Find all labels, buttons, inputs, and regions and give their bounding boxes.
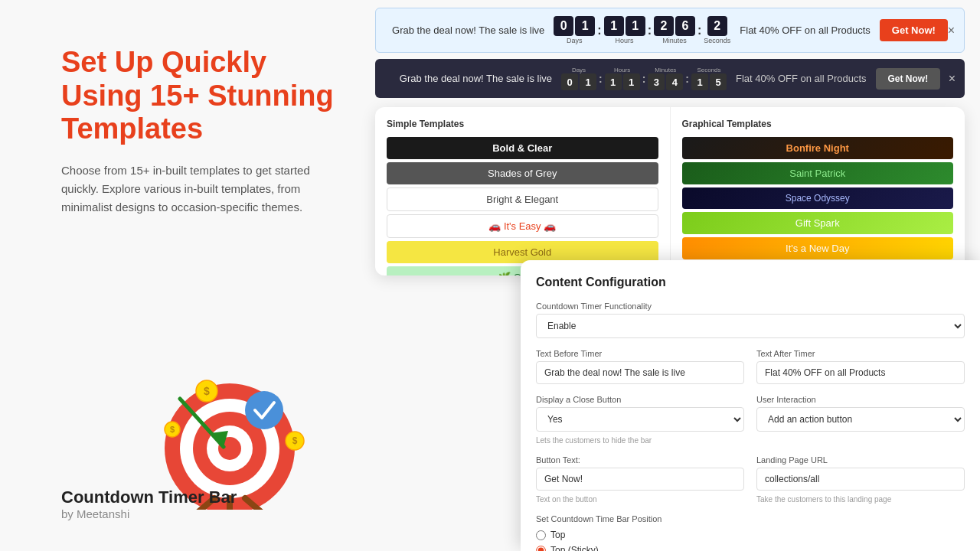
config-field-text-after: Text After Timer [756, 349, 965, 384]
template-saint-patrick[interactable]: Saint Patrick [682, 162, 954, 184]
config-row-button-url: Button Text: Text on the button Landing … [536, 455, 965, 504]
secs-unit-dark: Seconds 1 5 [691, 67, 727, 90]
config-row-text: Text Before Timer Text After Timer [536, 349, 965, 384]
template-bright-elegant[interactable]: Bright & Elegant [387, 187, 658, 211]
simple-templates-title: Simple Templates [387, 119, 658, 129]
hero-title: Set Up Quickly Using 15+ Stunning Templa… [61, 46, 337, 146]
days-unit-dark: Days 0 1 [561, 67, 596, 90]
position-top-radio[interactable] [536, 530, 546, 540]
text-before-input[interactable] [536, 361, 744, 384]
mins-unit-light: 2 6 Minutes [654, 16, 695, 44]
landing-url-label: Landing Page URL [756, 455, 965, 465]
template-gift-spark[interactable]: Gift Spark [682, 212, 954, 234]
mins-unit-dark: Minutes 3 4 [648, 67, 683, 90]
days-d1-dark: 0 [561, 73, 578, 90]
templates-panel: Simple Templates Bold & Clear Shades of … [375, 107, 965, 276]
svg-text:$: $ [170, 425, 175, 434]
template-space-odyssey[interactable]: Space Odyssey [682, 187, 954, 209]
config-field-button-text: Button Text: Text on the button [536, 455, 744, 504]
template-shades-grey[interactable]: Shades of Grey [387, 162, 658, 184]
config-field-position: Set Countdown Time Bar Position Top Top … [536, 514, 965, 551]
bar-text-before-dark: Grab the deal now! The sale is live [400, 73, 552, 84]
graphical-templates-section: Graphical Templates Bonfire Night Saint … [671, 107, 965, 276]
countdown-bar-light: Grab the deal now! The sale is live 0 1 … [375, 8, 965, 53]
position-top-sticky[interactable]: Top (Sticky) [536, 545, 965, 551]
left-panel: Set Up Quickly Using 15+ Stunning Templa… [0, 0, 368, 551]
hero-description: Choose from 15+ in-built templates to ge… [61, 161, 337, 217]
position-top-sticky-radio[interactable] [536, 546, 546, 552]
svg-point-10 [245, 391, 283, 429]
hours-unit-dark: Hours 1 1 [605, 67, 640, 90]
config-field-user-interaction: User Interaction Add an action button No… [756, 395, 965, 445]
right-panel: Grab the deal now! The sale is live 0 1 … [368, 0, 980, 551]
text-before-label: Text Before Timer [536, 349, 744, 358]
timer-dark: Days 0 1 : Hours 1 1 : Minutes [561, 67, 727, 90]
bar-text-after-light: Flat 40% OFF on all Products [740, 24, 871, 36]
template-bonfire-night[interactable]: Bonfire Night [682, 137, 954, 159]
config-panel: Content Configuration Countdown Timer Fu… [521, 260, 980, 551]
hours-d2-dark: 1 [623, 73, 640, 90]
countdown-bar-dark: Grab the deal now! The sale is live Days… [375, 59, 965, 98]
position-radio-group: Top Top (Sticky) Bottom Bottom ( [536, 530, 965, 551]
config-row-functionality: Countdown Timer Functionality Enable Dis… [536, 302, 965, 338]
close-button-select[interactable]: Yes No [536, 407, 744, 432]
secs-d2-dark: 5 [710, 73, 727, 90]
template-bold-clear[interactable]: Bold & Clear [387, 137, 658, 159]
mins-d2-dark: 4 [666, 73, 683, 90]
close-button-label: Display a Close Button [536, 395, 744, 404]
config-title: Content Configuration [536, 276, 965, 289]
landing-url-input[interactable] [756, 468, 965, 491]
template-its-easy[interactable]: 🚗 It's Easy 🚗 [387, 214, 658, 238]
config-field-landing-url: Landing Page URL Take the customers to t… [756, 455, 965, 504]
template-new-day[interactable]: It's a New Day [682, 237, 954, 259]
mins-d1: 2 [654, 16, 674, 36]
brand-subtitle: by Meetanshi [61, 507, 237, 520]
bar-text-before-light: Grab the deal now! The sale is live [392, 24, 544, 36]
bottom-branding: Countdown Timer Bar by Meetanshi [61, 487, 237, 520]
functionality-label: Countdown Timer Functionality [536, 302, 965, 311]
svg-text:$: $ [204, 385, 210, 397]
landing-url-helper: Take the customers to this landing page [756, 495, 965, 504]
timer-light: 0 1 Days : 1 1 Hours : 2 [554, 16, 730, 44]
hours-d2: 1 [626, 16, 645, 36]
brand-title: Countdown Timer Bar [61, 487, 237, 507]
position-top-sticky-label: Top (Sticky) [550, 545, 599, 551]
secs-unit-light: 2 Seconds [704, 16, 730, 44]
bar-text-after-dark: Flat 40% OFF on all Products [736, 73, 867, 84]
days-d2-dark: 1 [580, 73, 596, 90]
bar-cta-dark[interactable]: Get Now! [876, 68, 941, 90]
bar-cta-light[interactable]: Get Now! [880, 19, 948, 41]
config-field-text-before: Text Before Timer [536, 349, 744, 384]
button-text-helper: Text on the button [536, 495, 744, 504]
text-after-label: Text After Timer [756, 349, 965, 358]
secs-d1: 2 [707, 16, 727, 36]
config-row-close-interaction: Display a Close Button Yes No Lets the c… [536, 395, 965, 445]
hours-unit-light: 1 1 Hours [604, 16, 645, 44]
days-unit-light: 0 1 Days [554, 16, 595, 44]
mins-d1-dark: 3 [648, 73, 665, 90]
bar-close-dark[interactable]: × [949, 72, 956, 86]
position-top[interactable]: Top [536, 530, 965, 540]
hours-d1-dark: 1 [605, 73, 622, 90]
position-top-label: Top [550, 530, 565, 540]
button-text-input[interactable] [536, 468, 744, 491]
mins-d2: 6 [675, 16, 695, 36]
user-interaction-select[interactable]: Add an action button No interaction [756, 407, 965, 432]
bar-close-light[interactable]: × [948, 24, 955, 37]
button-text-label: Button Text: [536, 455, 744, 465]
hours-d1: 1 [604, 16, 624, 36]
simple-templates-section: Simple Templates Bold & Clear Shades of … [375, 107, 671, 276]
svg-text:$: $ [292, 435, 298, 446]
config-row-position: Set Countdown Time Bar Position Top Top … [536, 514, 965, 551]
functionality-select[interactable]: Enable Disable [536, 314, 965, 338]
text-after-input[interactable] [756, 361, 965, 384]
secs-d1-dark: 1 [691, 73, 708, 90]
config-field-close-button: Display a Close Button Yes No Lets the c… [536, 395, 744, 445]
close-button-helper: Lets the customers to hide the bar [536, 436, 744, 445]
days-d2: 1 [575, 16, 595, 36]
config-field-functionality: Countdown Timer Functionality Enable Dis… [536, 302, 965, 338]
position-label: Set Countdown Time Bar Position [536, 514, 965, 523]
graphical-templates-title: Graphical Templates [682, 119, 954, 129]
days-d1: 0 [554, 16, 573, 36]
user-interaction-label: User Interaction [756, 395, 965, 404]
